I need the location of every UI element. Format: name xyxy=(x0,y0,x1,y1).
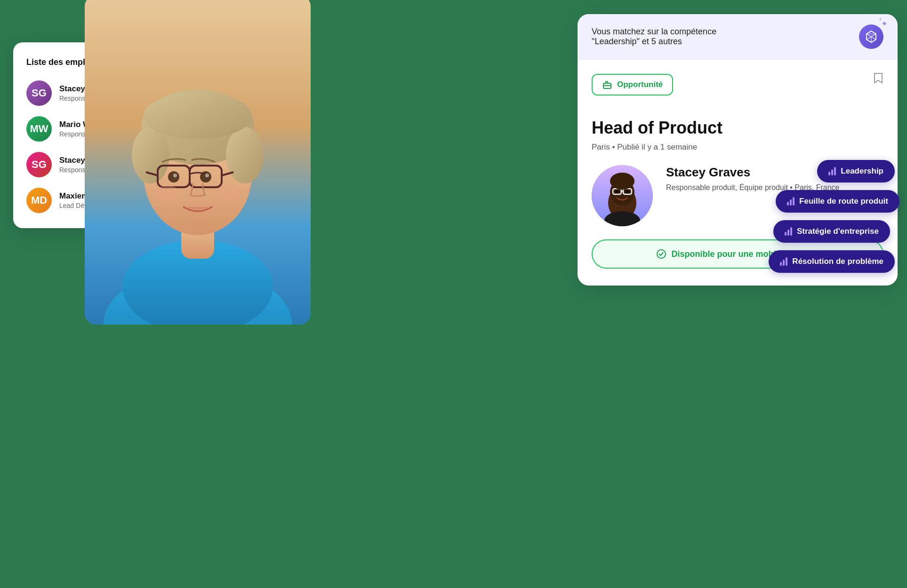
svg-point-18 xyxy=(155,185,179,200)
avatar: SG xyxy=(26,152,52,177)
svg-point-15 xyxy=(200,171,211,183)
skill-pill[interactable]: Résolution de problème xyxy=(769,250,895,273)
gem-icon xyxy=(859,24,883,49)
match-banner: Vous matchez sur la compétence "Leadersh… xyxy=(578,14,898,60)
avatar: SG xyxy=(26,80,52,106)
job-title: Head of Product xyxy=(592,118,883,138)
svg-line-21 xyxy=(867,34,871,37)
svg-point-8 xyxy=(144,92,252,139)
avatar: MW xyxy=(26,116,52,142)
avatar: MD xyxy=(26,188,52,213)
svg-point-16 xyxy=(173,174,177,177)
briefcase-icon xyxy=(602,79,612,90)
svg-point-36 xyxy=(626,190,629,193)
center-photo xyxy=(85,0,311,325)
center-photo-image xyxy=(85,0,311,325)
check-circle-icon xyxy=(656,249,666,259)
skill-label: Résolution de problème xyxy=(792,257,883,266)
bookmark-button[interactable] xyxy=(873,72,883,87)
bars-icon xyxy=(785,227,792,236)
svg-line-24 xyxy=(867,37,871,40)
bars-icon xyxy=(828,167,836,175)
match-text-line1: Vous matchez sur la compétence xyxy=(592,27,716,37)
skill-label: Feuille de route produit xyxy=(799,197,888,206)
skill-pill[interactable]: Leadership xyxy=(817,160,895,183)
skill-label: Leadership xyxy=(841,167,883,176)
match-text: Vous matchez sur la compétence "Leadersh… xyxy=(592,27,716,47)
svg-line-25 xyxy=(871,37,876,40)
svg-point-35 xyxy=(615,190,619,193)
svg-point-14 xyxy=(168,171,179,183)
job-meta: Paris • Publié il y a 1 semaine xyxy=(592,143,883,152)
skill-label: Stratégie d'entreprise xyxy=(797,227,879,236)
skill-pill[interactable]: Feuille de route produit xyxy=(776,190,899,213)
skill-pill[interactable]: Stratégie d'entreprise xyxy=(773,220,890,243)
skills-container: Leadership Feuille de route produit Stra… xyxy=(769,160,895,273)
bars-icon xyxy=(787,197,795,206)
svg-point-17 xyxy=(205,174,209,177)
opportunity-badge[interactable]: Opportunité xyxy=(592,74,673,95)
svg-point-37 xyxy=(610,173,634,190)
svg-line-22 xyxy=(871,34,876,37)
svg-point-7 xyxy=(226,127,264,183)
opportunity-label: Opportunité xyxy=(617,80,663,89)
bookmark-icon xyxy=(873,72,883,84)
svg-point-6 xyxy=(132,127,169,183)
svg-point-19 xyxy=(217,185,240,200)
profile-avatar xyxy=(592,165,653,226)
bars-icon xyxy=(780,257,787,266)
match-text-line2: "Leadership" et 5 autres xyxy=(592,37,716,47)
